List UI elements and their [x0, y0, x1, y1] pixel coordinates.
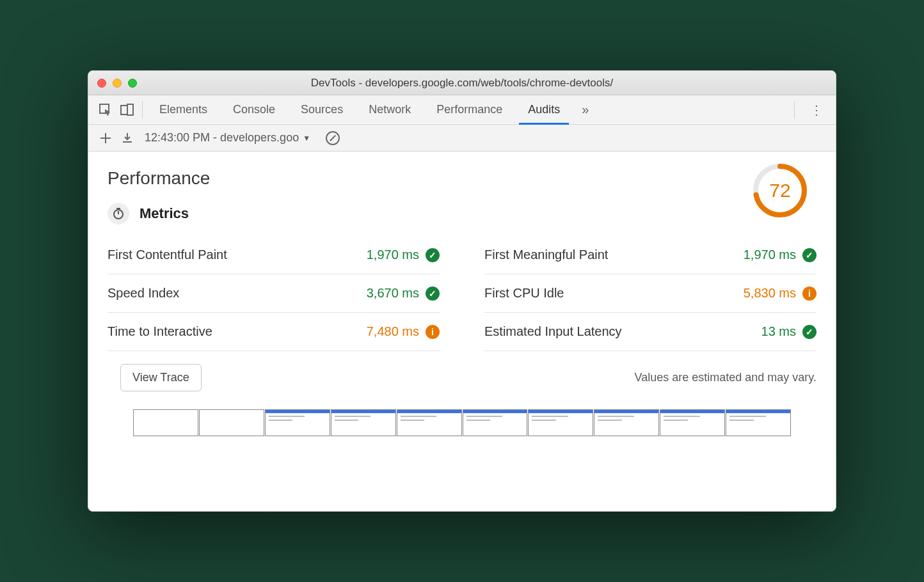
filmstrip-frame — [463, 409, 528, 436]
svg-rect-2 — [127, 104, 133, 115]
audits-toolbar: 12:43:00 PM - developers.goo ▼ — [88, 125, 836, 152]
check-circle-icon: ✓ — [426, 248, 440, 262]
section-title: Performance — [108, 168, 816, 189]
view-trace-button[interactable]: View Trace — [120, 364, 202, 391]
metric-label: First Contentful Paint — [108, 248, 227, 262]
filmstrip-frame — [397, 409, 462, 436]
filmstrip — [108, 409, 816, 436]
tab-network[interactable]: Network — [356, 95, 424, 125]
device-toolbar-icon[interactable] — [116, 95, 138, 125]
metric-label: Time to Interactive — [108, 324, 212, 339]
tab-label: Elements — [159, 103, 207, 116]
dropdown-label: 12:43:00 PM - developers.goo — [145, 131, 299, 145]
metric-label: Speed Index — [108, 286, 179, 301]
window-close-button[interactable] — [97, 79, 106, 88]
performance-score-value: 72 — [753, 163, 808, 218]
metric-value-wrap: 3,670 ms✓ — [367, 286, 440, 301]
tab-label: Network — [369, 103, 411, 116]
metric-value-wrap: 13 ms✓ — [761, 324, 816, 339]
tab-elements[interactable]: Elements — [147, 95, 220, 125]
filmstrip-frame — [726, 409, 791, 436]
info-circle-icon: i — [426, 325, 440, 339]
metrics-header: Metrics — [108, 203, 816, 224]
window-title: DevTools - developers.google.com/web/too… — [311, 77, 613, 90]
filmstrip-frame — [594, 409, 659, 436]
audit-run-dropdown[interactable]: 12:43:00 PM - developers.goo ▼ — [138, 131, 317, 145]
metric-value: 5,830 ms — [744, 286, 796, 301]
titlebar: DevTools - developers.google.com/web/too… — [88, 71, 836, 95]
metrics-grid: First Contentful Paint1,970 ms✓First Mea… — [108, 236, 816, 351]
check-circle-icon: ✓ — [802, 248, 816, 262]
more-tabs-button[interactable]: » — [573, 102, 598, 117]
metric-row: First CPU Idle5,830 msi — [484, 274, 816, 313]
tab-performance[interactable]: Performance — [424, 95, 515, 125]
metric-value: 3,670 ms — [367, 286, 419, 301]
metric-label: First CPU Idle — [484, 286, 564, 301]
metrics-footnote: Values are estimated and may vary. — [635, 371, 816, 384]
filmstrip-frame — [265, 409, 330, 436]
metric-row: Estimated Input Latency13 ms✓ — [484, 313, 816, 351]
tab-label: Sources — [301, 103, 343, 116]
metric-value: 1,970 ms — [744, 248, 796, 262]
tab-sources[interactable]: Sources — [288, 95, 356, 125]
metric-label: Estimated Input Latency — [484, 324, 622, 339]
metric-row: Speed Index3,670 ms✓ — [108, 274, 440, 313]
chevron-down-icon: ▼ — [303, 134, 310, 143]
check-circle-icon: ✓ — [802, 325, 816, 339]
window-zoom-button[interactable] — [128, 79, 137, 88]
metric-row: First Contentful Paint1,970 ms✓ — [108, 236, 440, 274]
check-circle-icon: ✓ — [426, 287, 440, 301]
inspect-element-icon[interactable] — [95, 95, 116, 125]
metric-row: Time to Interactive7,480 msi — [108, 313, 440, 351]
filmstrip-frame — [331, 409, 396, 436]
performance-score-gauge: 72 — [753, 163, 808, 218]
metric-value-wrap: 1,970 ms✓ — [744, 248, 816, 262]
tab-audits[interactable]: Audits — [515, 95, 573, 125]
devtools-tabstrip: Elements Console Sources Network Perform… — [88, 95, 836, 125]
filmstrip-frame — [660, 409, 725, 436]
tab-label: Console — [233, 103, 275, 116]
clear-audits-icon[interactable] — [326, 131, 340, 145]
filmstrip-frame — [528, 409, 593, 436]
info-circle-icon: i — [802, 287, 816, 301]
filmstrip-frame — [199, 409, 264, 436]
metric-row: First Meaningful Paint1,970 ms✓ — [484, 236, 816, 274]
filmstrip-frame — [133, 409, 198, 436]
metric-value-wrap: 5,830 msi — [744, 286, 816, 301]
tab-label: Performance — [436, 103, 502, 116]
metric-value: 13 ms — [761, 324, 796, 339]
tab-label: Audits — [528, 103, 560, 116]
metric-value-wrap: 7,480 msi — [367, 324, 440, 339]
download-report-button[interactable] — [116, 132, 138, 144]
new-audit-button[interactable] — [95, 132, 116, 144]
metric-value-wrap: 1,970 ms✓ — [367, 248, 440, 262]
tab-console[interactable]: Console — [220, 95, 288, 125]
metrics-title: Metrics — [139, 205, 189, 222]
window-minimize-button[interactable] — [113, 79, 122, 88]
stopwatch-icon — [108, 203, 129, 224]
metric-value: 1,970 ms — [367, 248, 419, 262]
metric-label: First Meaningful Paint — [484, 248, 608, 262]
devtools-menu-button[interactable]: ⋮ — [799, 102, 836, 118]
metric-value: 7,480 ms — [367, 324, 419, 339]
devtools-window: DevTools - developers.google.com/web/too… — [88, 70, 836, 512]
audit-panel: 72 Performance Metrics First Contentful … — [88, 152, 836, 511]
